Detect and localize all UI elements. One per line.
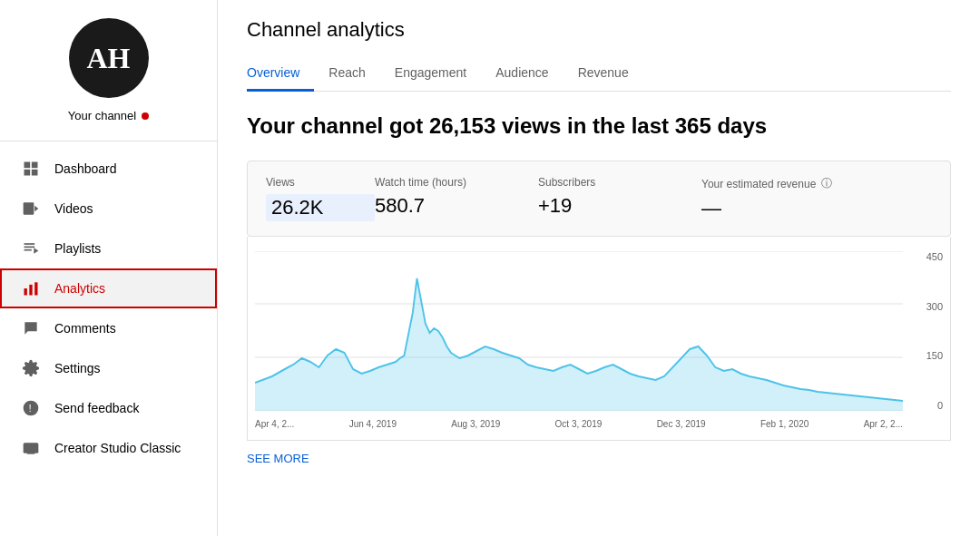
analytics-icon [22,279,40,297]
sidebar-item-label-settings: Settings [54,361,101,375]
sidebar-nav: Dashboard Videos Playlists Analytics [0,149,217,468]
y-label-0: 0 [937,400,943,411]
svg-rect-2 [24,170,31,176]
sidebar-item-playlists[interactable]: Playlists [0,229,217,268]
revenue-value: — [701,197,932,220]
tab-engagement[interactable]: Engagement [380,56,481,92]
summary-heading: Your channel got 26,153 views in the las… [247,113,951,139]
dashboard-icon [22,160,40,178]
chart-container: 450 300 150 0 [247,237,951,441]
sidebar-item-label-dashboard: Dashboard [54,161,117,176]
sidebar-item-classic[interactable]: Creator Studio Classic [0,428,217,468]
svg-marker-5 [34,206,38,212]
watchtime-value: 580.7 [375,194,538,218]
tab-audience[interactable]: Audience [481,56,563,92]
subscribers-label: Subscribers [538,176,701,189]
x-label-5: Feb 1, 2020 [760,419,808,429]
sidebar-item-settings[interactable]: Settings [0,348,217,388]
views-label: Views [266,176,375,189]
tab-overview[interactable]: Overview [247,56,314,92]
chart-svg [255,251,903,411]
comments-icon [22,319,40,337]
videos-icon [22,200,40,218]
channel-name-label: Your channel [68,109,136,122]
svg-rect-6 [24,243,35,245]
sidebar-item-label-analytics: Analytics [54,281,105,296]
svg-rect-3 [32,170,38,176]
avatar: AH [69,18,149,98]
watchtime-label: Watch time (hours) [375,176,538,189]
playlists-icon [22,239,40,258]
svg-text:!: ! [29,402,32,414]
sidebar-item-videos[interactable]: Videos [0,189,217,229]
svg-rect-0 [24,162,31,169]
tab-revenue[interactable]: Revenue [564,56,643,92]
sidebar-item-feedback[interactable]: ! Send feedback [0,388,217,428]
sidebar-item-analytics[interactable]: Analytics [0,268,217,308]
feedback-icon: ! [22,399,40,417]
x-label-0: Apr 4, 2... [255,419,294,429]
svg-rect-8 [24,249,32,251]
sidebar-item-label-videos: Videos [54,201,93,216]
sidebar-item-label-comments: Comments [54,321,116,336]
sidebar-item-label-playlists: Playlists [54,241,101,256]
svg-rect-11 [29,285,32,296]
sidebar: AH Your channel Dashboard Videos Playlis… [0,0,218,536]
sidebar-divider [0,141,217,141]
y-label-150: 150 [926,350,943,361]
x-label-4: Dec 3, 2019 [657,419,706,429]
avatar-initials: AH [87,42,131,75]
sidebar-item-label-classic: Creator Studio Classic [54,441,181,455]
channel-name-row: Your channel [68,109,149,122]
revenue-label-row: Your estimated revenue ⓘ [701,176,932,191]
y-axis: 450 300 150 0 [906,251,943,411]
chart-wrapper: 450 300 150 0 [255,251,943,433]
views-value: 26.2K [266,194,375,221]
svg-rect-7 [24,247,35,249]
sidebar-item-comments[interactable]: Comments [0,308,217,348]
tab-reach[interactable]: Reach [314,56,379,92]
see-more-button[interactable]: SEE MORE [247,452,309,465]
y-label-300: 300 [926,301,943,312]
x-label-1: Jun 4, 2019 [349,419,397,429]
x-label-6: Apr 2, 2... [864,419,903,429]
svg-rect-4 [24,202,34,214]
stat-subscribers: Subscribers +19 [538,176,701,221]
sidebar-item-dashboard[interactable]: Dashboard [0,149,217,189]
classic-icon [22,439,40,457]
subscribers-value: +19 [538,194,701,218]
stat-views: Views 26.2K [266,176,375,221]
tabs-bar: Overview Reach Engagement Audience Reven… [247,56,951,92]
x-label-3: Oct 3, 2019 [555,419,603,429]
revenue-label: Your estimated revenue [701,178,816,190]
svg-rect-16 [24,443,39,453]
sidebar-item-label-feedback: Send feedback [54,401,139,415]
stat-revenue: Your estimated revenue ⓘ — [701,176,932,221]
main-content: Channel analytics Overview Reach Engagem… [218,0,980,536]
x-axis: Apr 4, 2... Jun 4, 2019 Aug 3, 2019 Oct … [255,414,903,433]
stat-watchtime: Watch time (hours) 580.7 [375,176,538,221]
svg-marker-9 [34,248,38,254]
svg-rect-1 [32,162,38,169]
info-icon: ⓘ [821,176,832,191]
settings-icon [22,359,40,377]
svg-rect-12 [34,282,37,295]
svg-rect-10 [24,288,27,296]
y-label-450: 450 [926,251,943,262]
x-label-2: Aug 3, 2019 [451,419,500,429]
chart-area [255,251,903,411]
notification-dot [142,112,149,120]
page-title: Channel analytics [247,18,951,42]
stats-card: Views 26.2K Watch time (hours) 580.7 Sub… [247,161,951,237]
